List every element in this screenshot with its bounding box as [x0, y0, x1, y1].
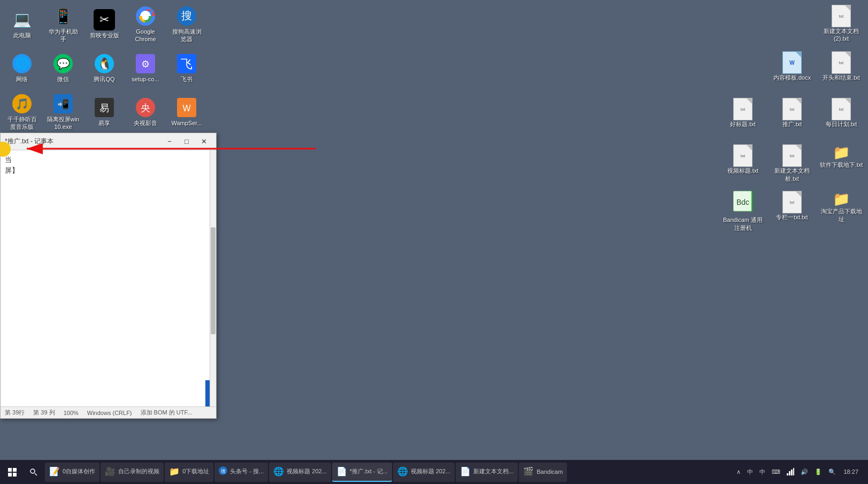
kaitu-icon: txt [832, 51, 851, 74]
desktop-icon-newtxtzhuang[interactable]: txt 新建文本文档桩.txt [768, 142, 816, 188]
taskbar: 📝 0自媒体创作 🎥 自己录制的视频 📁 0下载地址 搜 头条号 - 搜... … [0, 460, 868, 484]
desktop-icon-screenproject[interactable]: 📲 隔离投屏win10.exe [44, 90, 82, 133]
tray-clock[interactable]: 18:27 [840, 467, 862, 477]
svg-text:Bdc: Bdc [736, 198, 749, 206]
haobiaoti-label: 好标题.txt [730, 120, 756, 128]
desktop-icon-shipinbiaoti[interactable]: txt 视频标题.txt [725, 142, 761, 188]
svg-rect-49 [787, 473, 788, 475]
music-icon: 🎵 [11, 93, 33, 114]
desktop-icon-wamp[interactable]: W WampSer... [167, 90, 206, 133]
desktop-icon-content-template[interactable]: W 内容模板.docx [771, 49, 813, 95]
svg-text:搜: 搜 [181, 10, 192, 21]
network-label: 网络 [16, 76, 28, 83]
taskbar-xiazaidizhi-label: 0下载地址 [182, 467, 209, 475]
sougou-icon: 搜 [176, 5, 197, 27]
taskbar-item-newtxt[interactable]: 📄 新建文本文档... [456, 463, 518, 482]
desktop-icon-tuiguang[interactable]: txt 推广.txt [780, 96, 804, 141]
zhuanlan-icon: txt [782, 191, 802, 213]
desktop-icon-network[interactable]: 🌐 网络 [3, 47, 41, 89]
content-template-icon: W [782, 51, 802, 74]
tray-ime2[interactable]: 中 [757, 467, 767, 477]
tuiguang-label: 推广.txt [782, 120, 802, 128]
desktop-icon-zhuanlan[interactable]: txt 专栏一txt.txt [774, 189, 810, 234]
desktop-icon-music[interactable]: 🎵 千千静听百度音乐版 [3, 90, 41, 133]
this-pc-label: 此电脑 [13, 32, 31, 39]
svg-point-2 [143, 13, 148, 19]
tray-battery-icon[interactable]: 🔋 [812, 467, 824, 477]
desktop-icon-meiri[interactable]: txt 每日计划.txt [824, 96, 859, 141]
svg-text:🐧: 🐧 [97, 57, 112, 71]
shipinbiaoti-icon: txt [733, 144, 752, 167]
notepad-textarea[interactable]: 当 屏】 [1, 150, 205, 406]
taskbar-item-xiazaidizhi[interactable]: 📁 0下载地址 [165, 463, 213, 482]
desktop-icon-feishu[interactable]: 飞 飞书 [167, 47, 206, 89]
taskbar-item-tuiguang[interactable]: 📄 *推广.txt - 记... [332, 463, 392, 482]
taskbar-zimeiti-label: 0自媒体创作 [63, 467, 95, 475]
status-zoom: 100% [64, 410, 79, 416]
svg-text:易: 易 [99, 103, 109, 113]
screenproject-icon: 📲 [52, 93, 74, 114]
notepad-titlebar[interactable]: *推广.txt - 记事本 − □ ✕ [1, 133, 216, 150]
tray-expand-button[interactable]: ∧ [734, 467, 743, 477]
status-row: 第 39行 [5, 409, 25, 417]
tray-volume-icon[interactable]: 🔊 [798, 467, 810, 477]
taskbar-zimeiti-icon: 📝 [49, 466, 60, 477]
taskbar-shipin202b-label: 视频标题 202... [411, 467, 451, 475]
minimize-button[interactable]: − [162, 136, 178, 148]
kaitu-label: 开头和结束.txt [823, 74, 860, 82]
wechat-icon: 💬 [52, 53, 74, 74]
desktop-icon-new-txt2[interactable]: txt 新建文本文档(2).txt [817, 3, 865, 48]
desktop-icon-jianying[interactable]: ✂ 剪映专业版 [85, 3, 124, 45]
screenproject-label: 隔离投屏win10.exe [46, 116, 80, 130]
taskbar-item-shipin202[interactable]: 🌐 视频标题 202... [269, 463, 331, 482]
desktop-icon-ruanjianxiazai[interactable]: 📁 软件下载地下.txt [818, 142, 865, 188]
desktop-icon-kaitu[interactable]: txt 开头和结束.txt [820, 49, 862, 95]
desktop-icon-bandicam[interactable]: Bdc Bandicam 通用注册机 [719, 189, 767, 234]
taskbar-item-bandicam[interactable]: 🎬 Bandicam [519, 463, 567, 482]
desktop-icon-taobao[interactable]: 📁 淘宝产品下载地址 [817, 189, 865, 234]
start-button[interactable] [2, 462, 22, 482]
tray-keyboard-icon[interactable]: ⌨ [770, 467, 782, 477]
taskbar-shipin202b-icon: 🌐 [397, 466, 408, 477]
huawei-label: 华为手机助手 [46, 28, 80, 42]
jianying-icon: ✂ [94, 9, 115, 30]
desktop-icon-qq[interactable]: 🐧 腾讯QQ [85, 47, 124, 89]
taskbar-bandicam-label: Bandicam [536, 468, 563, 475]
svg-rect-38 [751, 191, 752, 211]
wechat-label: 微信 [57, 76, 69, 83]
scrollbar-thumb[interactable] [211, 227, 216, 334]
desktop-icon-huawei[interactable]: 📱 华为手机助手 [44, 3, 82, 45]
svg-line-46 [35, 473, 37, 475]
desktop-icon-this-pc[interactable]: 💻 此电脑 [3, 3, 41, 45]
taskbar-item-zimeiti[interactable]: 📝 0自媒体创作 [45, 463, 99, 482]
huawei-icon: 📱 [52, 5, 74, 27]
bandicam-label: Bandicam 通用注册机 [721, 216, 765, 232]
desktop: 💻 此电脑 📱 华为手机助手 ✂ 剪映专业版 [0, 0, 868, 460]
desktop-icon-haobiaoti[interactable]: txt 好标题.txt [728, 96, 758, 141]
svg-text:W: W [182, 104, 191, 113]
notepad-scrollbar[interactable] [210, 150, 216, 406]
taskbar-item-zilushipin[interactable]: 🎥 自己录制的视频 [101, 463, 164, 482]
svg-text:🌐: 🌐 [15, 56, 30, 71]
taskbar-item-toutiao[interactable]: 搜 头条号 - 搜... [214, 463, 268, 482]
desktop-icon-chrome[interactable]: GoogleChrome [126, 3, 165, 45]
desktop-icon-setup[interactable]: ⚙ setup-co... [126, 47, 165, 89]
svg-rect-50 [789, 471, 790, 475]
tray-search-icon[interactable]: 🔍 [826, 467, 838, 477]
new-txt2-label: 新建文本文档(2).txt [819, 27, 863, 42]
bandicam-icon: Bdc [733, 191, 752, 216]
desktop-icon-wechat[interactable]: 💬 微信 [44, 47, 82, 89]
tray-ime[interactable]: 中 [745, 467, 755, 477]
tray-network-icon[interactable] [785, 467, 796, 478]
desktop-icon-yixiang[interactable]: 易 易享 [85, 90, 124, 133]
meiri-icon: txt [832, 98, 851, 120]
desktop-icon-sougou[interactable]: 搜 搜狗高速浏览器 [167, 3, 206, 45]
taskbar-item-shipin202b[interactable]: 🌐 视频标题 202... [393, 463, 455, 482]
yangshi-icon: 央 [135, 97, 156, 118]
desktop-icon-yangshi[interactable]: 央 央视影音 [126, 90, 165, 133]
svg-rect-51 [791, 470, 793, 475]
taobao-icon: 📁 [833, 191, 850, 208]
maximize-button[interactable]: □ [179, 136, 195, 148]
taskbar-search-button[interactable] [24, 462, 44, 482]
close-button[interactable]: ✕ [196, 136, 212, 148]
